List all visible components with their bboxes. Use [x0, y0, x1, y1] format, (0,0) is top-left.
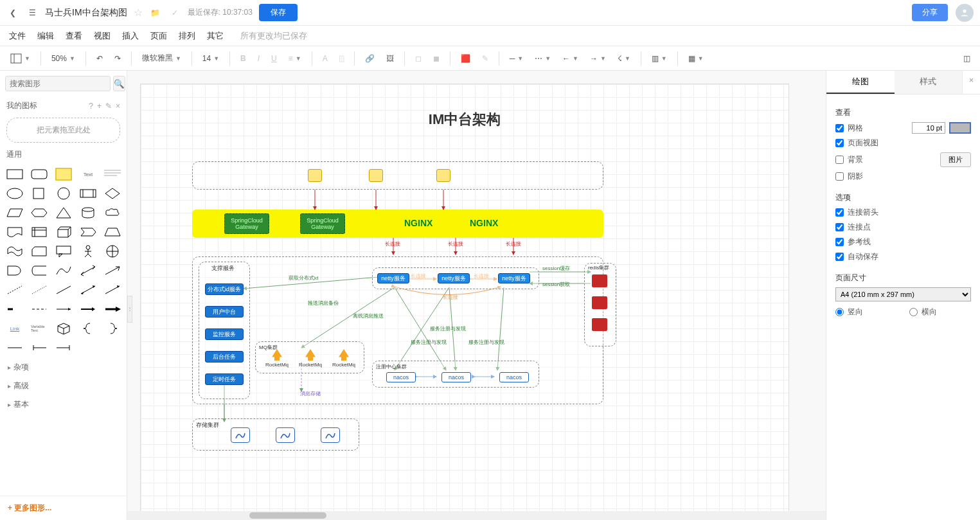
line-end-dropdown[interactable]: →▼ — [586, 52, 610, 65]
shape-brace-right[interactable] — [104, 322, 121, 335]
tab-draw[interactable]: 绘图 — [826, 71, 895, 94]
my-shapes-header[interactable]: 我的图标 ?+✎× — [0, 96, 127, 115]
shadow-checkbox[interactable] — [835, 172, 844, 181]
shape-data-store[interactable] — [31, 264, 48, 277]
menu-insert[interactable]: 插入 — [122, 30, 139, 42]
shape-actor[interactable] — [80, 245, 96, 258]
client-laptop-icon[interactable] — [436, 169, 450, 182]
grid-checkbox[interactable] — [835, 124, 844, 132]
shape-document[interactable] — [6, 226, 23, 238]
shape-dotted-line[interactable] — [31, 283, 48, 296]
netty-1[interactable]: netty服务 — [377, 273, 409, 283]
shape-dir-arrow[interactable] — [104, 283, 121, 296]
landscape-radio[interactable] — [909, 308, 918, 316]
shape-step[interactable] — [80, 226, 96, 238]
category-advanced[interactable]: 高级 — [0, 377, 127, 395]
client-mobile-icon[interactable] — [308, 169, 322, 182]
rocketmq-3[interactable]: RocketMq — [332, 349, 355, 368]
scroll-thumb[interactable] — [249, 512, 326, 519]
menu-arrange[interactable]: 排列 — [179, 30, 195, 42]
shape-3d-cube[interactable] — [55, 322, 72, 335]
shape-bidir-arrow-2[interactable] — [80, 283, 96, 296]
netty-3[interactable]: netty服务 — [498, 273, 530, 283]
client-desktop-icon[interactable] — [369, 169, 383, 182]
bold-button[interactable]: B — [236, 52, 250, 65]
shape-square[interactable] — [31, 187, 48, 200]
svc-dist-id[interactable]: 分布式id服务 — [205, 283, 244, 295]
back-icon[interactable]: ❮ — [6, 6, 19, 19]
line-start-dropdown[interactable]: ←▼ — [558, 52, 582, 65]
waypoint-dropdown[interactable]: ☇▼ — [614, 52, 634, 65]
redis-2[interactable] — [592, 296, 607, 309]
gateway-2[interactable]: SpringCloud Gateway — [300, 213, 345, 234]
shape-ellipse[interactable] — [6, 187, 23, 200]
font-family-dropdown[interactable]: 微软雅黑 ▼ — [138, 51, 185, 66]
grid-size-input[interactable] — [912, 122, 945, 134]
view-mode-dropdown[interactable]: ▼ — [6, 51, 34, 66]
shape-parallelogram[interactable] — [6, 206, 23, 219]
shape-textbox[interactable] — [104, 168, 121, 181]
align-dropdown[interactable]: ≡▼ — [285, 52, 305, 65]
line-color-button[interactable]: ✎ — [478, 52, 492, 65]
conn-points-checkbox[interactable] — [835, 223, 844, 231]
redo-button[interactable]: ↷ — [111, 52, 125, 65]
star-icon[interactable]: ☆ — [134, 6, 143, 19]
shape-cloud[interactable] — [104, 206, 121, 219]
add-icon[interactable]: + — [97, 102, 102, 111]
drop-zone[interactable]: 把元素拖至此处 — [6, 118, 120, 143]
gateway-1[interactable]: SpringCloud Gateway — [224, 213, 269, 234]
shape-thick-line[interactable] — [6, 303, 23, 316]
folder-icon[interactable]: 📁 — [149, 6, 162, 19]
toggle-right-panel-icon[interactable]: ◫ — [959, 51, 974, 66]
link-button[interactable]: 🔗 — [361, 52, 379, 65]
redis-3[interactable] — [592, 318, 607, 331]
portrait-radio[interactable] — [835, 308, 844, 316]
autosave-checkbox[interactable] — [835, 253, 844, 261]
align-objects-dropdown[interactable]: ▥▼ — [648, 52, 671, 65]
shape-process[interactable] — [80, 187, 96, 200]
mysql-2[interactable] — [276, 427, 295, 443]
line-style-dropdown[interactable]: ─▼ — [506, 52, 527, 65]
diagram-title[interactable]: IM中台架构 — [141, 110, 788, 129]
page-size-select[interactable]: A4 (210 mm x 297 mm) — [835, 287, 971, 301]
guides-checkbox[interactable] — [835, 238, 844, 246]
to-back-button[interactable]: ◼ — [429, 52, 443, 65]
clear-format-button[interactable]: ⌹ — [335, 52, 348, 65]
nacos-1[interactable]: nacos — [386, 372, 416, 382]
tab-style[interactable]: 样式 — [895, 71, 963, 94]
image-button-bg[interactable]: 图片 — [940, 152, 971, 167]
svc-user[interactable]: 用户中台 — [205, 306, 244, 318]
category-misc[interactable]: 杂项 — [0, 358, 127, 377]
table-dropdown[interactable]: ▦▼ — [684, 52, 708, 65]
shape-tape[interactable] — [6, 245, 23, 258]
collapse-left-panel-handle[interactable]: ⋮ — [127, 296, 132, 323]
menu-extras[interactable]: 其它 — [207, 30, 224, 42]
shape-arrow[interactable] — [104, 264, 121, 277]
shape-diamond[interactable] — [104, 187, 121, 200]
category-basic[interactable]: 基本 — [0, 395, 127, 414]
more-shapes-button[interactable]: + 更多图形... — [0, 496, 127, 520]
shape-rectangle[interactable] — [6, 168, 23, 181]
shape-curve[interactable] — [55, 264, 72, 277]
fill-color-button[interactable]: 🟥 — [457, 52, 474, 65]
shape-circle[interactable] — [55, 187, 72, 200]
font-color-button[interactable]: A — [319, 52, 332, 65]
italic-button[interactable]: I — [254, 52, 263, 65]
svc-task[interactable]: 后台任务 — [205, 351, 244, 363]
font-size-dropdown[interactable]: 14 ▼ — [199, 52, 223, 65]
image-button[interactable]: 🖼 — [382, 52, 398, 65]
shape-text[interactable]: Text — [80, 168, 96, 181]
shape-internal-storage[interactable] — [31, 226, 48, 238]
shape-line[interactable] — [55, 283, 72, 296]
save-button[interactable]: 保存 — [259, 4, 298, 21]
shape-note[interactable] — [55, 168, 72, 181]
edit-icon[interactable]: ✎ — [105, 102, 112, 111]
menu-page[interactable]: 页面 — [150, 30, 167, 42]
underline-button[interactable]: U — [267, 52, 281, 65]
menu-edit[interactable]: 编辑 — [37, 30, 54, 42]
netty-2[interactable]: netty服务 — [438, 273, 470, 283]
undo-button[interactable]: ↶ — [93, 52, 107, 65]
zoom-dropdown[interactable]: 50% ▼ — [48, 52, 79, 65]
menu-file[interactable]: 文件 — [9, 30, 26, 42]
search-shapes-input[interactable] — [5, 76, 111, 91]
